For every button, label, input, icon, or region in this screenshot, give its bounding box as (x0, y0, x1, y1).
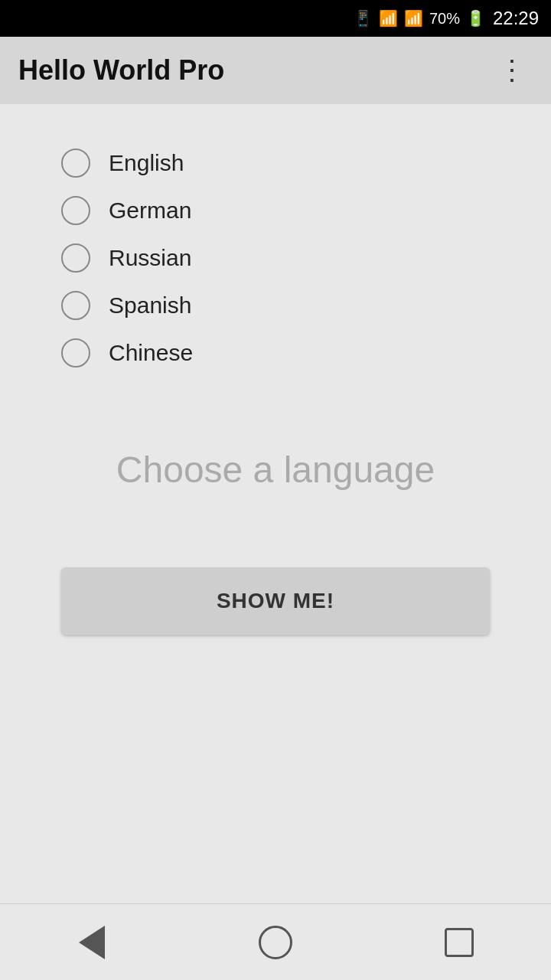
battery-percent: 70% (429, 10, 460, 28)
back-icon (79, 926, 105, 959)
recents-button[interactable] (429, 912, 490, 973)
placeholder-text: Choose a language (0, 449, 551, 491)
signal-icon: 📶 (404, 9, 423, 28)
app-bar: Hello World Pro ⋮ (0, 37, 551, 104)
radio-item-russian[interactable]: Russian (61, 236, 551, 280)
main-content: English German Russian Spanish Chinese C… (0, 104, 551, 903)
app-title: Hello World Pro (18, 54, 224, 87)
radio-label-chinese: Chinese (109, 340, 193, 366)
status-time: 22:29 (493, 8, 539, 29)
home-icon (259, 926, 292, 959)
language-radio-group: English German Russian Spanish Chinese (0, 129, 551, 387)
status-icons: 📱 📶 📶 70% 🔋 (354, 9, 485, 28)
radio-label-german: German (109, 198, 191, 224)
radio-button-spanish[interactable] (61, 291, 90, 320)
status-bar: 📱 📶 📶 70% 🔋 22:29 (0, 0, 551, 37)
radio-item-german[interactable]: German (61, 188, 551, 233)
home-button[interactable] (245, 912, 306, 973)
back-button[interactable] (61, 912, 122, 973)
radio-item-spanish[interactable]: Spanish (61, 283, 551, 328)
overflow-menu-button[interactable]: ⋮ (492, 51, 533, 90)
phone-icon: 📱 (354, 9, 373, 28)
radio-label-russian: Russian (109, 245, 191, 271)
recents-icon (445, 928, 474, 957)
wifi-icon: 📶 (379, 9, 398, 28)
radio-label-spanish: Spanish (109, 292, 191, 318)
radio-item-chinese[interactable]: Chinese (61, 331, 551, 375)
radio-item-english[interactable]: English (61, 141, 551, 185)
radio-button-chinese[interactable] (61, 338, 90, 368)
nav-bar (0, 903, 551, 980)
radio-button-english[interactable] (61, 149, 90, 178)
radio-label-english: English (109, 150, 184, 176)
radio-button-russian[interactable] (61, 243, 90, 273)
show-me-button[interactable]: SHOW ME! (61, 567, 490, 635)
battery-icon: 🔋 (466, 9, 485, 28)
radio-button-german[interactable] (61, 196, 90, 225)
show-me-button-container: SHOW ME! (0, 567, 551, 635)
